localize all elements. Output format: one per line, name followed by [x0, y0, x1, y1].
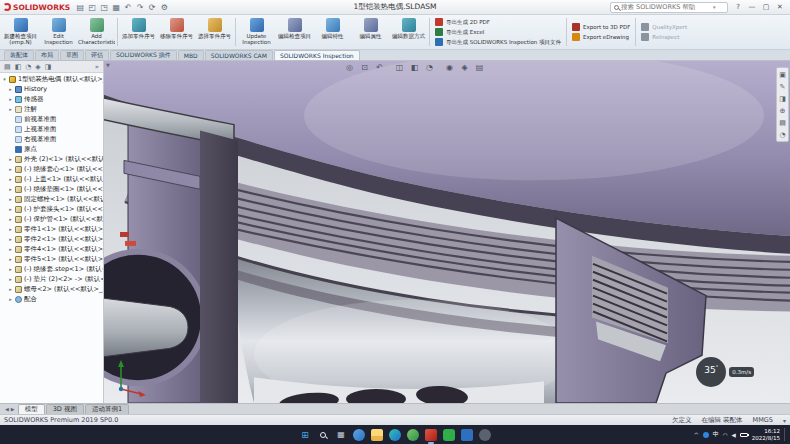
show-desktop-button[interactable]	[784, 428, 786, 441]
expand-icon[interactable]: ▸	[8, 156, 13, 162]
tree-item-root[interactable]: ▾ 1型铠装热电偶 (默认<默认>_显示状态-1	[0, 74, 103, 84]
tree-item-component[interactable]: ▸ (-) 绝缘套心<1> (默认<<默认>_显	[0, 164, 103, 174]
settings-button[interactable]	[479, 429, 491, 441]
expand-icon[interactable]: ▸	[8, 226, 13, 232]
browser-button[interactable]	[407, 429, 419, 441]
expand-icon[interactable]: ▸	[8, 296, 13, 302]
update-inspection-button[interactable]: Update Inspection	[238, 16, 275, 48]
tree-item-top-plane[interactable]: 上视基准面	[0, 124, 103, 134]
ime-indicator[interactable]: 中	[713, 430, 719, 439]
open-icon[interactable]: ◰	[87, 3, 97, 12]
edit-data-method-button[interactable]: 编辑数据方式	[390, 16, 427, 48]
expand-icon[interactable]: ▸	[8, 176, 13, 182]
expand-icon[interactable]: ▸	[8, 236, 13, 242]
tab-model[interactable]: 模型	[18, 404, 45, 414]
undo-icon[interactable]: ↶	[123, 3, 133, 12]
dimxpert-tab-icon[interactable]: ◈	[35, 63, 40, 71]
appearance-icon[interactable]: ◈	[459, 62, 470, 73]
tab-sketch[interactable]: 草图	[60, 50, 84, 60]
tree-item-component[interactable]: ▸ (-) 绝缘套.step<1> (默认<<默认>	[0, 264, 103, 274]
file-explorer-button[interactable]	[371, 429, 383, 441]
export-edrawing-button[interactable]: Export eDrawing	[572, 33, 630, 41]
configuration-manager-tab-icon[interactable]: ◔	[25, 63, 31, 71]
expand-icon[interactable]: ▾	[2, 76, 7, 82]
select-balloons-button[interactable]: 选择零件序号	[196, 16, 233, 48]
reinspect-button[interactable]: ReInspect	[641, 33, 687, 41]
expand-icon[interactable]: ▸	[8, 166, 13, 172]
qualityxpert-button[interactable]: QualityXpert	[641, 23, 687, 31]
new-document-icon[interactable]: ▤	[75, 3, 85, 12]
display-manager-tab-icon[interactable]: ◨	[45, 63, 52, 71]
tree-item-component[interactable]: ▸ (-) 垫片 (2)<2> -> (默认<<默认>	[0, 274, 103, 284]
scene-icon[interactable]: ▤	[474, 62, 485, 73]
tree-item-component[interactable]: ▸ 固定螺栓<1> (默认<<默认>_显示	[0, 194, 103, 204]
tab-motion-study-1[interactable]: 运动算例1	[85, 404, 129, 414]
tree-item-front-plane[interactable]: 前视基准面	[0, 114, 103, 124]
task-view-button[interactable]: ▦	[335, 429, 347, 441]
tab-layout[interactable]: 布局	[35, 50, 59, 60]
expand-icon[interactable]: ▸	[8, 276, 13, 282]
property-manager-tab-icon[interactable]: ◧	[15, 63, 22, 71]
tab-3d-views[interactable]: 3D 视图	[46, 404, 84, 414]
tab-mbd[interactable]: MBD	[178, 50, 204, 60]
notification-badge[interactable]	[703, 432, 709, 438]
tree-item-component[interactable]: ▸ (-) 护套接头<1> (默认<<默认>_	[0, 204, 103, 214]
expand-icon[interactable]: ▸	[8, 206, 13, 212]
expand-icon[interactable]: ▸	[8, 186, 13, 192]
rebuild-icon[interactable]: ⟳	[147, 3, 157, 12]
wifi-icon[interactable]: ◠	[723, 432, 728, 438]
tree-item-sensors[interactable]: ▸ 传感器	[0, 94, 103, 104]
expand-icon[interactable]: ▸	[8, 286, 13, 292]
zoom-fit-icon[interactable]: ◎	[344, 62, 355, 73]
tabs-scroll-left-icon[interactable]: ◀	[5, 406, 9, 412]
taskbar-clock[interactable]: 16:12 2022/8/15	[752, 428, 780, 441]
zoom-area-icon[interactable]: ⊡	[359, 62, 370, 73]
save-icon[interactable]: ◳	[99, 3, 109, 12]
minimize-button[interactable]: —	[745, 1, 759, 13]
markup-icon[interactable]: ✎	[780, 82, 786, 91]
edit-project-data-button[interactable]: 编辑检查项目	[276, 16, 313, 48]
volume-icon[interactable]: ◀	[732, 432, 736, 438]
list-icon[interactable]: ▤	[779, 118, 786, 127]
tree-item-component[interactable]: ▸ 零件1<1> (默认<<默认>_显示状态	[0, 224, 103, 234]
taskbar-search-button[interactable]	[317, 429, 329, 441]
expand-icon[interactable]: ▸	[8, 256, 13, 262]
display-style-icon[interactable]: ◔	[424, 62, 435, 73]
help-search-box[interactable]: ▾	[610, 2, 728, 13]
view-orientation-icon[interactable]: ◧	[409, 62, 420, 73]
tree-item-component[interactable]: ▸ 零件4<1> (默认<<默认>_显示状态	[0, 244, 103, 254]
battery-icon[interactable]	[740, 433, 748, 437]
remove-balloons-button[interactable]: 移除零件序号	[158, 16, 195, 48]
flyout-tree-collapse-icon[interactable]: ▼	[106, 62, 110, 68]
tab-assembly[interactable]: 装配体	[4, 50, 34, 60]
hide-show-icon[interactable]: ◉	[444, 62, 455, 73]
measure-icon[interactable]: ◨	[779, 94, 786, 103]
history-icon[interactable]: ◔	[779, 130, 785, 139]
add-icon[interactable]: ⊕	[780, 106, 786, 115]
comment-icon[interactable]: ▣	[779, 70, 786, 79]
close-button[interactable]: ✕	[773, 1, 787, 13]
add-balloons-button[interactable]: 添加零件序号	[120, 16, 157, 48]
help-button[interactable]: ?	[731, 1, 745, 13]
tab-addins[interactable]: SOLIDWORKS 插件	[110, 50, 177, 60]
tab-solidworks-inspection[interactable]: SOLIDWORKS Inspection	[274, 50, 360, 60]
panel-more-icon[interactable]: »	[95, 63, 99, 71]
search-caret-icon[interactable]: ▾	[713, 4, 716, 10]
maximize-button[interactable]: ▢	[759, 1, 773, 13]
tree-item-origin[interactable]: 原点	[0, 144, 103, 154]
tree-item-right-plane[interactable]: 右视基准面	[0, 134, 103, 144]
model-inner-shadow-strip[interactable]	[200, 131, 238, 403]
tree-item-annotations[interactable]: ▸ 注解	[0, 104, 103, 114]
model-3d-view[interactable]	[104, 61, 790, 403]
tab-evaluate[interactable]: 评估	[85, 50, 109, 60]
tree-item-component[interactable]: ▸ (-) 保护管<1> (默认<<默认>_显示	[0, 214, 103, 224]
edit-characteristic-button[interactable]: 编辑特性	[314, 16, 351, 48]
new-inspection-project-button[interactable]: 新建检查项目 (emp.N)	[2, 16, 39, 48]
export-inspection-project-button[interactable]: 导出生成 SOLIDWORKS Inspection 项目文件	[435, 38, 561, 46]
section-view-icon[interactable]: ◫	[394, 62, 405, 73]
export-2d-pdf-button[interactable]: 导出生成 2D PDF	[435, 18, 561, 26]
units-selector[interactable]: MMGS	[753, 416, 773, 424]
expand-icon[interactable]: ▸	[8, 246, 13, 252]
solidworks-app-button[interactable]	[425, 429, 437, 441]
search-input[interactable]	[621, 3, 711, 11]
